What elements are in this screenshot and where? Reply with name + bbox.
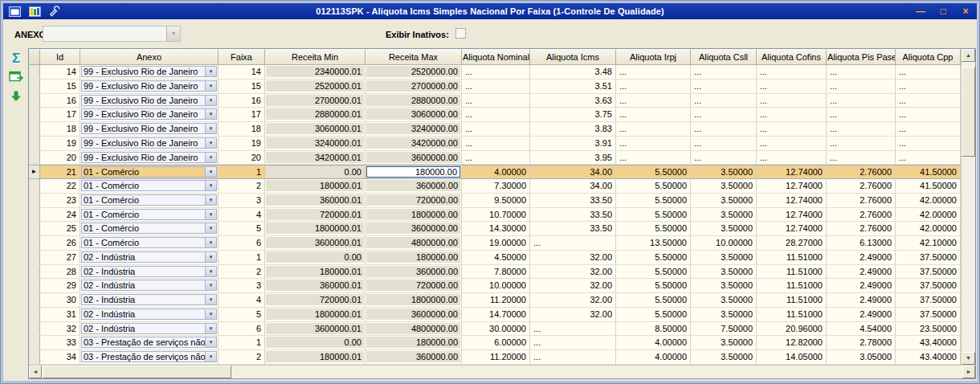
cell-anexo[interactable]: 99 - Exclusivo Rio de Janeiro▾ [80, 108, 218, 121]
cell-receita-max[interactable]: 360000.00 [365, 265, 462, 279]
receita-max-box[interactable]: 2700000.00 [366, 80, 460, 92]
cell-anexo[interactable]: 01 - Comércio▾ [80, 179, 218, 193]
cell-aliquota-irpj[interactable]: ... [616, 122, 691, 136]
cell-anexo[interactable]: 02 - Indústria▾ [80, 265, 218, 279]
cell-faixa[interactable]: 6 [218, 236, 265, 250]
cell-aliquota-cpp[interactable]: 43.40000 [896, 350, 961, 364]
cell-aliquota-cpp[interactable]: 37.50000 [896, 251, 961, 264]
cell-aliquota-cofins[interactable]: 12.74000 [757, 222, 827, 235]
anexo-cell-combobox[interactable]: 03 - Prestação de serviços não▾ [81, 337, 217, 348]
cell-aliquota-irpj[interactable]: 5.50000 [616, 208, 691, 222]
cell-aliquota-icms[interactable]: 33.50 [530, 222, 616, 235]
cell-aliquota-csll[interactable]: 3.50000 [691, 251, 757, 264]
receita-min-box[interactable]: 180000.01 [266, 351, 364, 362]
cell-aliquota-icms[interactable]: 3.48 [530, 65, 616, 79]
table-row[interactable]: 3403 - Prestação de serviços não▾2180000… [29, 350, 961, 365]
cell-aliquota-cofins[interactable]: ... [757, 151, 827, 165]
receita-min-box[interactable]: 2700000.01 [266, 95, 364, 106]
cell-aliquota-nominal[interactable]: 4.50000 [462, 251, 530, 264]
cell-faixa[interactable]: 16 [218, 94, 265, 108]
cell-receita-min[interactable]: 3240000.01 [265, 137, 365, 150]
cell-aliquota-icms[interactable]: 3.83 [530, 122, 616, 136]
table-row[interactable]: 2902 - Indústria▾3360000.01720000.0010.0… [29, 279, 961, 293]
cell-aliquota-irpj[interactable]: 5.50000 [616, 222, 691, 235]
cell-faixa[interactable]: 4 [218, 208, 265, 222]
cell-anexo[interactable]: 02 - Indústria▾ [80, 279, 218, 292]
receita-max-box[interactable]: 4800000.00 [366, 237, 460, 248]
cell-receita-max[interactable]: 2880000.00 [365, 94, 462, 108]
cell-id[interactable]: 25 [40, 222, 80, 235]
cell-aliquota-icms[interactable]: 32.00 [530, 308, 616, 321]
table-row[interactable]: 1599 - Exclusivo Rio de Janeiro▾15252000… [29, 80, 961, 94]
cell-aliquota-icms[interactable]: 3.63 [530, 94, 616, 108]
column-header-aliquota-csll[interactable]: Aliquota Csll [691, 49, 757, 65]
cell-receita-max[interactable]: 3600000.00 [365, 308, 462, 321]
anexo-cell-combobox[interactable]: 01 - Comércio▾ [81, 237, 217, 248]
chevron-down-icon[interactable]: ▾ [205, 124, 216, 133]
cell-aliquota-cpp[interactable]: 42.00000 [896, 208, 961, 222]
cell-aliquota-pis-pasep[interactable]: ... [827, 108, 896, 121]
anexo-cell-combobox[interactable]: 01 - Comércio▾ [81, 223, 217, 234]
cell-aliquota-pis-pasep[interactable]: 2.76000 [827, 194, 896, 207]
cell-anexo[interactable]: 02 - Indústria▾ [80, 322, 218, 336]
table-row[interactable]: 2601 - Comércio▾63600000.014800000.0019.… [29, 236, 961, 251]
cell-aliquota-csll[interactable]: 10.00000 [691, 236, 757, 250]
cell-anexo[interactable]: 02 - Indústria▾ [80, 251, 218, 264]
cell-aliquota-nominal[interactable]: 11.20000 [462, 293, 530, 307]
cell-id[interactable]: 20 [40, 151, 80, 165]
cell-faixa[interactable]: 18 [218, 122, 265, 136]
scroll-up-button[interactable]: ▲ [962, 49, 975, 62]
cell-aliquota-icms[interactable]: 3.95 [530, 151, 616, 165]
receita-max-box[interactable]: 1800000.00 [366, 294, 460, 305]
cell-aliquota-icms[interactable]: 3.51 [530, 80, 616, 93]
cell-aliquota-pis-pasep[interactable]: 4.54000 [827, 322, 896, 336]
receita-min-box[interactable]: 360000.01 [266, 194, 364, 206]
anexo-cell-combobox[interactable]: 99 - Exclusivo Rio de Janeiro▾ [81, 80, 217, 92]
table-row[interactable]: 1799 - Exclusivo Rio de Janeiro▾17288000… [29, 108, 961, 122]
cell-aliquota-icms[interactable]: 34.00 [530, 179, 616, 193]
cell-faixa[interactable]: 1 [218, 165, 265, 178]
cell-aliquota-nominal[interactable]: 30.00000 [462, 322, 530, 336]
form-icon[interactable] [8, 6, 21, 17]
cell-aliquota-nominal[interactable]: ... [462, 80, 530, 93]
anexo-cell-combobox[interactable]: 02 - Indústria▾ [81, 308, 217, 320]
cell-receita-max[interactable]: 720000.00 [365, 194, 462, 207]
receita-min-box[interactable]: 0.00 [266, 337, 364, 348]
cell-aliquota-csll[interactable]: 3.50000 [691, 279, 757, 292]
cell-aliquota-csll[interactable]: 3.50000 [691, 293, 757, 307]
cell-aliquota-pis-pasep[interactable]: 6.13000 [827, 236, 896, 250]
cell-receita-min[interactable]: 3420000.01 [265, 151, 365, 165]
table-row[interactable]: 3102 - Indústria▾51800000.013600000.0014… [29, 308, 961, 322]
receita-min-box[interactable]: 0.00 [266, 166, 364, 178]
exibir-inativos-checkbox[interactable] [455, 28, 466, 39]
cell-aliquota-cofins[interactable]: 11.51000 [757, 308, 827, 321]
cell-receita-max[interactable]: 360000.00 [365, 350, 462, 364]
cell-id[interactable]: 15 [40, 80, 80, 93]
cell-anexo[interactable]: 03 - Prestação de serviços não▾ [80, 336, 218, 349]
cell-aliquota-irpj[interactable]: 13.50000 [616, 236, 691, 250]
cell-aliquota-cpp[interactable]: 42.10000 [896, 236, 961, 250]
chevron-down-icon[interactable]: ▾ [205, 153, 216, 162]
cell-aliquota-csll[interactable]: ... [691, 80, 757, 93]
cell-aliquota-cpp[interactable]: ... [896, 151, 961, 165]
receita-max-box[interactable]: 3600000.00 [366, 152, 460, 163]
cell-aliquota-nominal[interactable]: 4.00000 [462, 165, 530, 178]
table-row[interactable]: 2702 - Indústria▾10.00180000.004.5000032… [29, 251, 961, 265]
cell-aliquota-csll[interactable]: 3.50000 [691, 165, 757, 178]
cell-aliquota-irpj[interactable]: 5.50000 [616, 308, 691, 321]
cell-aliquota-irpj[interactable]: 5.50000 [616, 165, 691, 178]
cell-anexo[interactable]: 02 - Indústria▾ [80, 293, 218, 307]
cell-id[interactable]: 29 [40, 279, 80, 292]
cell-aliquota-irpj[interactable]: 5.50000 [616, 251, 691, 264]
chevron-down-icon[interactable]: ▾ [205, 81, 216, 91]
wrench-icon[interactable] [48, 6, 61, 17]
cell-aliquota-irpj[interactable]: 4.00000 [616, 350, 691, 364]
scroll-left-button[interactable]: ◄ [29, 366, 42, 378]
cell-aliquota-cpp[interactable]: 41.50000 [896, 165, 961, 178]
maximize-button[interactable]: □ [937, 4, 949, 18]
cell-aliquota-cofins[interactable]: 12.74000 [757, 179, 827, 193]
cell-aliquota-irpj[interactable]: ... [616, 65, 691, 79]
receita-max-box[interactable]: 360000.00 [366, 266, 460, 277]
chevron-down-icon[interactable]: ▾ [205, 109, 216, 119]
table-row[interactable]: 2802 - Indústria▾2180000.01360000.007.80… [29, 265, 961, 280]
